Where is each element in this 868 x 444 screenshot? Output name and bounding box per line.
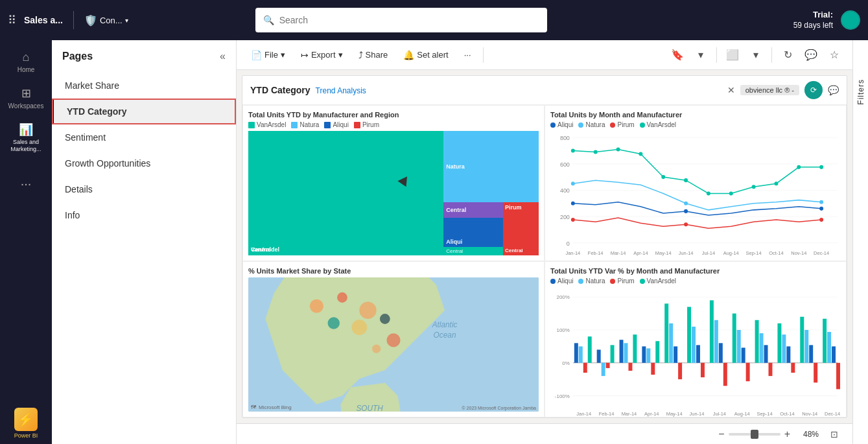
file-icon: 📄 — [251, 50, 262, 60]
treemap-vanarsdel-segment[interactable]: VanArsdel Central — [248, 131, 443, 255]
svg-rect-83 — [664, 303, 668, 362]
search-bar[interactable]: 🔍 — [255, 8, 547, 32]
bar-chart-panel: Total Units YTD Var % by Month and Manuf… — [545, 261, 847, 417]
svg-text:100%: 100% — [557, 327, 570, 333]
treemap-aliqui-segment[interactable]: Aliqui — [443, 218, 503, 247]
svg-point-27 — [819, 207, 823, 211]
zoom-fit-button[interactable]: ⊡ — [824, 424, 845, 445]
bar-chart-title: Total Units YTD Var % by Month and Manuf… — [550, 267, 841, 275]
chat-button[interactable]: 💬 — [801, 45, 821, 65]
page-item-sentiment[interactable]: Sentiment — [52, 124, 236, 150]
svg-rect-111 — [823, 319, 827, 363]
svg-text:Mar-14: Mar-14 — [611, 250, 626, 256]
legend-natura: Natura — [578, 121, 605, 128]
trial-info: Trial: 59 days left — [793, 10, 833, 30]
svg-text:Sep-14: Sep-14 — [757, 411, 772, 417]
view-chevron-icon[interactable]: ▾ — [745, 45, 766, 65]
brand-button[interactable]: ⟳ — [804, 81, 823, 99]
credits-text: Microsoft Bing — [259, 404, 292, 410]
svg-rect-96 — [737, 330, 741, 363]
svg-point-16 — [707, 191, 710, 195]
sidebar-item-workspaces[interactable]: ⊞ Workspaces — [3, 81, 49, 115]
chevron-down-icon[interactable]: ▾ — [690, 45, 711, 65]
legend-label: Pirum — [362, 121, 379, 128]
svg-rect-67 — [574, 343, 578, 362]
treemap-central-segment[interactable]: Central — [443, 202, 503, 218]
sidebar-item-home[interactable]: ⌂ Home — [3, 45, 49, 78]
svg-point-20 — [797, 165, 801, 169]
map-chart[interactable]: Atlantic Ocean SOUTH AMERICA 🗺 Microsoft… — [248, 277, 539, 412]
workspace-name: Con... — [100, 16, 123, 25]
legend-label: Aliqui — [557, 277, 573, 285]
legend-vanarsdel: VanArsdel — [640, 121, 676, 128]
close-icon[interactable]: ✕ — [727, 85, 735, 95]
page-item-info[interactable]: Info — [52, 202, 236, 228]
filters-panel[interactable]: Filters — [852, 40, 868, 444]
more-icon: ··· — [464, 50, 471, 60]
bar-chart[interactable]: 200% 100% 0% -100% — [550, 287, 841, 417]
svg-text:Jun-14: Jun-14 — [679, 250, 694, 256]
svg-rect-112 — [827, 332, 831, 363]
bookmark-button[interactable]: 🔖 — [667, 45, 688, 65]
svg-point-53 — [372, 345, 381, 353]
grid-icon[interactable]: ⠿ — [8, 13, 16, 27]
svg-rect-110 — [814, 363, 817, 382]
set-alert-button[interactable]: 🔔 Set alert — [397, 46, 454, 64]
svg-text:800: 800 — [560, 135, 570, 141]
share-button[interactable]: ⤴ Share — [352, 46, 395, 64]
collapse-pages-icon[interactable]: « — [220, 51, 226, 62]
export-button[interactable]: ↦ Export ▾ — [294, 46, 349, 64]
svg-text:200%: 200% — [557, 294, 570, 300]
svg-point-10 — [571, 148, 575, 152]
page-item-ytd-category[interactable]: YTD Category — [52, 99, 236, 124]
brand-text: obvience llc ® - — [745, 86, 794, 94]
svg-rect-89 — [696, 345, 700, 362]
view-button[interactable]: ⬜ — [722, 45, 743, 65]
zoom-in-button[interactable]: + — [784, 428, 790, 440]
svg-text:Aug-14: Aug-14 — [734, 411, 750, 417]
svg-point-48 — [359, 302, 376, 319]
zoom-out-button[interactable]: − — [718, 428, 724, 440]
star-button[interactable]: ☆ — [824, 45, 845, 65]
topbar: ⠿ Sales a... 🛡️ Con... ▾ 🔍 Trial: 59 day… — [0, 0, 868, 40]
bottom-bar: − + 48% ⊡ — [237, 423, 852, 444]
comment-icon[interactable]: 💬 — [828, 85, 839, 95]
treemap-pirum-segment[interactable]: Pirum Central — [503, 202, 539, 255]
workspace-selector[interactable]: 🛡️ Con... ▾ — [84, 14, 128, 27]
treemap-natura-segment[interactable]: Natura — [443, 131, 539, 202]
legend-pirum: Pirum — [610, 277, 634, 285]
charts-grid: Total Units YTD by Manufacturer and Regi… — [242, 105, 847, 417]
app-name[interactable]: Sales a... — [24, 15, 63, 25]
powerbi-logo-area[interactable]: ⚡ Power BI — [14, 408, 38, 439]
svg-rect-93 — [719, 343, 723, 362]
zoom-controls: − + — [718, 428, 790, 440]
avatar[interactable] — [841, 10, 860, 30]
sidebar-item-sales[interactable]: 📊 Sales and Marketing... — [3, 117, 49, 158]
zoom-thumb[interactable] — [751, 430, 758, 439]
bing-logo: 🗺 — [251, 404, 256, 410]
central-label-1: Central — [251, 246, 271, 253]
page-item-market-share[interactable]: Market Share — [52, 73, 236, 99]
refresh-button[interactable]: ↻ — [777, 45, 798, 65]
treemap-right: Natura Central Aliqui — [443, 131, 539, 255]
more-items[interactable]: ··· — [21, 176, 32, 191]
chevron-down-icon: ▾ — [125, 17, 128, 24]
search-input[interactable] — [279, 15, 539, 25]
page-item-growth-opportunities[interactable]: Growth Opportunities — [52, 150, 236, 176]
treemap-chart[interactable]: VanArsdel Central Natura Central — [248, 131, 539, 255]
more-button[interactable]: ··· — [458, 46, 478, 64]
page-item-details[interactable]: Details — [52, 176, 236, 202]
line-chart[interactable]: 800 600 400 200 0 — [550, 131, 841, 261]
svg-text:May-14: May-14 — [666, 411, 683, 417]
svg-rect-78 — [633, 334, 637, 363]
svg-text:Jan-14: Jan-14 — [565, 250, 580, 256]
zoom-slider[interactable] — [729, 433, 780, 436]
svg-point-13 — [639, 152, 642, 156]
svg-text:Nov-14: Nov-14 — [802, 411, 817, 417]
svg-point-21 — [819, 165, 823, 169]
svg-rect-73 — [606, 363, 610, 368]
svg-rect-103 — [777, 323, 781, 363]
file-button[interactable]: 📄 File ▾ — [244, 46, 292, 64]
svg-rect-98 — [746, 363, 750, 381]
svg-text:Aug-14: Aug-14 — [723, 250, 739, 256]
